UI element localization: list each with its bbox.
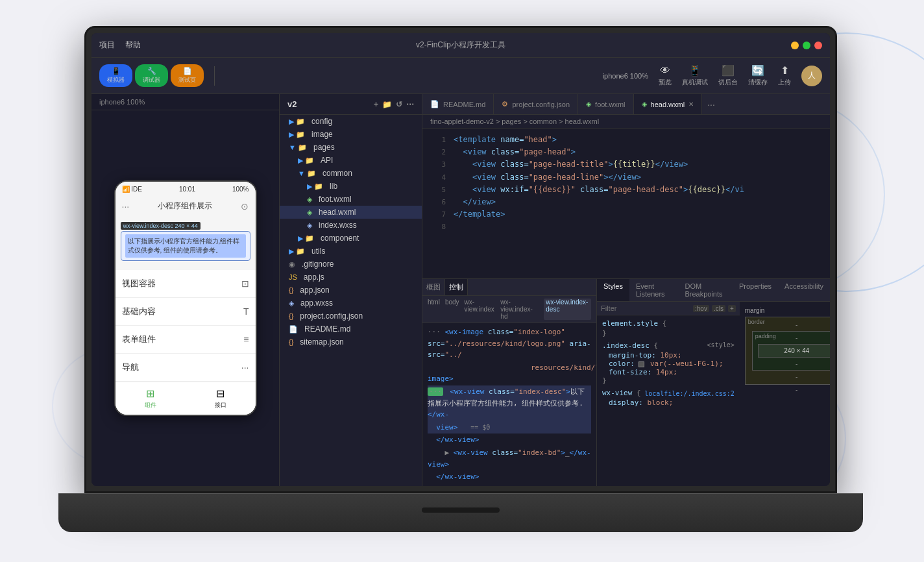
mode-buttons: 📱 模拟器 🔧 调试器 📄 测试页 — [99, 64, 204, 87]
style-filter-input[interactable] — [601, 304, 690, 312]
style-tab-styles[interactable]: Styles — [597, 279, 629, 301]
nav-api-icon: ⊟ — [216, 387, 225, 400]
toolbar-actions: iphone6 100% 👁 预览 📱 真机调试 ⬛ 切后台 🔄 — [603, 64, 822, 87]
rule-prop-color: color: var(--weui-FG-1); — [602, 360, 735, 368]
file-icon: JS — [289, 273, 297, 281]
new-file-icon[interactable]: + — [374, 100, 378, 109]
simulate-label: 模拟器 — [107, 76, 125, 84]
filter-tag-cls[interactable]: .cls — [712, 305, 725, 312]
style-tab-dom-breakpoints[interactable]: DOM Breakpoints — [678, 279, 733, 301]
breadcrumb-path: fino-applet-demo-v2 > pages > common > h… — [430, 117, 599, 125]
dom-crumb-body[interactable]: body — [445, 299, 459, 320]
css-rules: element.style { } .index-desc { <style> — [597, 315, 740, 486]
dom-line-3: </wx-view> — [428, 434, 591, 446]
bottom-panels: 概图 控制 html body wx-view.index — [422, 278, 830, 486]
file-item-lib[interactable]: ▶ 📁lib — [280, 180, 422, 193]
rule-selector-desc: .index-desc { — [602, 341, 658, 350]
file-icon: ◈ — [307, 208, 312, 217]
preview-action[interactable]: 👁 预览 — [659, 65, 672, 87]
file-tree-header: v2 + 📁 ↺ ⋯ — [280, 94, 422, 115]
simulate-button[interactable]: 📱 模拟器 — [99, 64, 132, 87]
file-item-foot-wxml[interactable]: ◈foot.wxml — [280, 193, 422, 206]
close-button[interactable] — [814, 42, 822, 49]
menu-project[interactable]: 项目 — [99, 40, 115, 51]
preview-label: 预览 — [659, 78, 672, 87]
file-item-app-js[interactable]: JSapp.js — [280, 271, 422, 284]
code-line-2: 2 <view class="page-head"> — [422, 146, 830, 158]
tab-more-button[interactable]: ··· — [702, 94, 720, 114]
filter-tag-add[interactable]: + — [728, 305, 736, 312]
file-icon: {} — [289, 312, 293, 320]
minimize-button[interactable] — [791, 42, 799, 49]
style-rule-index-desc: .index-desc { <style> margin-top: 10px; — [602, 341, 735, 385]
breadcrumb: fino-applet-demo-v2 > pages > common > h… — [422, 115, 830, 128]
highlighted-element: 以下指展示小程序官方组件能力,组件样式仅供参考, 组件的使用请参考。 — [121, 231, 250, 261]
dom-tab-source[interactable]: 控制 — [445, 279, 468, 295]
file-item-app-json[interactable]: {}app.json — [280, 284, 422, 297]
file-item-image[interactable]: ▶ 📁image — [280, 128, 422, 141]
tab-project-config[interactable]: ⚙ project.config.json — [494, 94, 578, 114]
code-editor[interactable]: 1 <template name="head"> 2 <view class="… — [422, 128, 830, 278]
refresh-icon[interactable]: ↺ — [396, 100, 402, 109]
file-item-pages[interactable]: ▼ 📁pages — [280, 141, 422, 154]
file-item-config[interactable]: ▶ 📁config — [280, 115, 422, 128]
file-name: common — [322, 169, 352, 178]
tab-head-wxml[interactable]: ◈ head.wxml ✕ — [634, 94, 703, 114]
style-rule-wx-view: wx-view { localfile:/.index.css:2 displa… — [602, 389, 735, 407]
user-avatar[interactable]: 人 — [801, 66, 822, 86]
file-icon: ◈ — [307, 221, 312, 230]
prop-name-display: display — [609, 398, 638, 407]
line-num-7: 7 — [428, 208, 446, 221]
file-item-app-wxss[interactable]: ◈app.wxss — [280, 297, 422, 310]
file-name: foot.wxml — [319, 195, 352, 204]
file-item-head-wxml[interactable]: ◈head.wxml — [280, 206, 422, 219]
nav-item-component[interactable]: ⊞ 组件 — [116, 387, 186, 409]
file-icon: ▶ 📁 — [289, 130, 305, 139]
filter-tag-hov[interactable]: :hov — [693, 305, 709, 312]
tab-close-icon[interactable]: ✕ — [688, 101, 694, 108]
cut-backend-action[interactable]: ⬛ 切后台 — [718, 64, 738, 87]
real-machine-action[interactable]: 📱 真机调试 — [682, 64, 708, 87]
preview-icon: 👁 — [660, 65, 670, 77]
file-icon: ▶ 📁 — [289, 247, 305, 256]
clear-cache-action[interactable]: 🔄 清缓存 — [748, 64, 768, 87]
section-title-3: 表单组件 — [122, 334, 156, 345]
new-folder-icon[interactable]: 📁 — [382, 100, 392, 109]
style-tab-accessibility[interactable]: Accessibility — [778, 279, 830, 301]
file-item-README-md[interactable]: 📄README.md — [280, 323, 422, 336]
file-item--gitignore[interactable]: ◉.gitignore — [280, 258, 422, 271]
dom-crumb-desc[interactable]: wx-view.index-desc — [544, 299, 591, 320]
tab-readme[interactable]: 📄 README.md — [422, 94, 494, 114]
nav-item-api[interactable]: ⊟ 接口 — [186, 387, 256, 409]
debug-button[interactable]: 🔧 调试器 — [135, 64, 168, 87]
file-item-API[interactable]: ▶ 📁API — [280, 154, 422, 167]
style-tab-properties[interactable]: Properties — [733, 279, 778, 301]
style-tab-event-listeners[interactable]: Event Listeners — [629, 279, 678, 301]
upload-action[interactable]: ⬆ 上传 — [778, 64, 791, 87]
file-item-project-config-json[interactable]: {}project.config.json — [280, 310, 422, 323]
file-tree-root: v2 — [287, 99, 297, 109]
section-icon-2: T — [243, 306, 249, 317]
dom-crumb-html[interactable]: html — [428, 299, 440, 320]
file-item-index-wxss[interactable]: ◈index.wxss — [280, 219, 422, 232]
box-model-header: margin 10 — [745, 307, 830, 314]
line-num-5: 5 — [428, 184, 446, 196]
file-item-sitemap-json[interactable]: {}sitemap.json — [280, 336, 422, 348]
file-item-component[interactable]: ▶ 📁component — [280, 232, 422, 245]
menu-help[interactable]: 帮助 — [125, 40, 141, 51]
dom-crumb-hd[interactable]: wx-view.index-hd — [500, 299, 539, 320]
collapse-icon[interactable]: ⋯ — [406, 100, 414, 109]
dom-crumb-index[interactable]: wx-view.index — [465, 299, 496, 320]
simulate-icon: 📱 — [112, 67, 121, 75]
tab-foot-wxml[interactable]: ◈ foot.wxml — [578, 94, 633, 114]
laptop-frame: 项目 帮助 v2-FinClip小程序开发工具 📱 模拟器 — [84, 26, 837, 532]
box-padding-bottom: - — [755, 360, 830, 367]
test-button[interactable]: 📄 测试页 — [171, 64, 204, 87]
dom-tab-overview[interactable]: 概图 — [422, 279, 445, 295]
debug-label: 调试器 — [143, 76, 160, 84]
file-icon: 📄 — [289, 325, 298, 334]
menu-bar: 项目 帮助 — [99, 40, 141, 51]
file-item-common[interactable]: ▼ 📁common — [280, 167, 422, 180]
file-item-utils[interactable]: ▶ 📁utils — [280, 245, 422, 258]
maximize-button[interactable] — [803, 42, 810, 49]
